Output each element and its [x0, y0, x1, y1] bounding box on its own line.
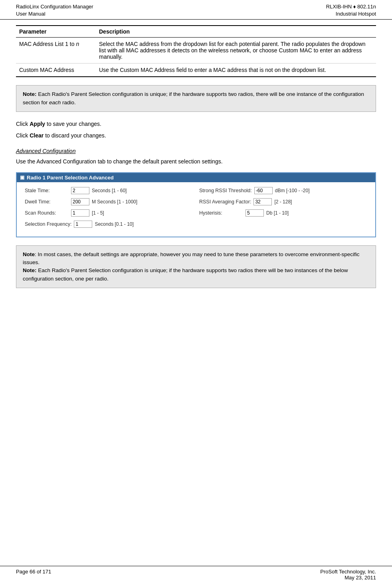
hysterisis-row: Hysterisis: Db [1 - 10]: [199, 209, 367, 217]
rssi-avg-range: [2 - 128]: [274, 198, 292, 205]
stale-time-range: Seconds [1 - 60]: [92, 187, 127, 194]
hysterisis-range: Db [1 - 10]: [266, 209, 289, 217]
note2-para1: Note: In most cases, the default setting…: [23, 251, 369, 267]
table-header-param: Parameter: [16, 26, 96, 38]
hysterisis-label: Hysterisis:: [199, 209, 243, 216]
param-cell-mac-list: MAC Address List 1 to n: [16, 38, 96, 64]
note2-label1: Note: [23, 251, 35, 257]
dwell-time-row: Dwell Time: M Seconds [1 - 1000]: [25, 198, 193, 205]
sel-freq-label: Selection Frequency:: [25, 221, 71, 227]
rssi-avg-row: RSSI Averaging Factor: [2 - 128]: [199, 198, 367, 205]
panel-left-col: Stale Time: Seconds [1 - 60] Dwell Time:…: [22, 185, 196, 233]
strong-rssi-input[interactable]: [254, 187, 273, 194]
strong-rssi-range: dBm [-100 - -20]: [275, 187, 310, 194]
parameter-table: Parameter Description MAC Address List 1…: [16, 25, 376, 77]
stale-time-label: Stale Time:: [25, 187, 69, 193]
panel-icon: ▣: [20, 175, 24, 180]
hysterisis-input[interactable]: [245, 209, 264, 217]
note2-label2: Note:: [23, 267, 37, 273]
stale-time-input[interactable]: [71, 187, 89, 194]
rssi-avg-input[interactable]: [253, 198, 272, 205]
footer-company: ProSoft Technology, Inc.: [320, 569, 376, 575]
manual-title: User Manual: [16, 10, 93, 18]
note2-para2: Note: Each Radio's Parent Selection conf…: [23, 267, 369, 283]
panel-title: Radio 1 Parent Selection Advanced: [27, 175, 114, 181]
panel-right-col: Strong RSSI Threshold: dBm [-100 - -20] …: [196, 185, 370, 233]
table-row: Custom MAC Address Use the Custom MAC Ad…: [16, 64, 376, 77]
apply-bold: Apply: [30, 121, 45, 127]
product-type: Industrial Hotspot: [326, 10, 376, 18]
desc-cell-mac-list: Select the MAC address from the dropdown…: [96, 38, 376, 64]
header-right: RLXIB-IHN ♦ 802.11n Industrial Hotspot: [326, 3, 376, 18]
sel-freq-range: Seconds [0.1 - 10]: [95, 221, 133, 228]
footer-date: May 23, 2011: [320, 575, 376, 581]
scan-rounds-label: Scan Rounds:: [25, 209, 69, 216]
page-header: RadioLinx Configuration Manager User Man…: [0, 0, 392, 20]
header-left: RadioLinx Configuration Manager User Man…: [16, 3, 93, 18]
desc-cell-custom-mac: Use the Custom MAC Address field to ente…: [96, 64, 376, 77]
note-box-2: Note: In most cases, the default setting…: [16, 245, 376, 288]
scan-rounds-row: Scan Rounds: [1 - 5]: [25, 209, 193, 217]
strong-rssi-label: Strong RSSI Threshold:: [199, 187, 252, 193]
note1-label: Note:: [23, 91, 37, 97]
product-name: RLXIB-IHN ♦ 802.11n: [326, 3, 376, 10]
panel-body: Stale Time: Seconds [1 - 60] Dwell Time:…: [17, 182, 375, 237]
table-row: MAC Address List 1 to n Select the MAC a…: [16, 38, 376, 64]
section-heading: Advanced Configuration: [16, 148, 376, 154]
dwell-time-range: M Seconds [1 - 1000]: [92, 198, 137, 205]
clear-text: Click Clear to discard your changes.: [16, 131, 376, 140]
footer-right: ProSoft Technology, Inc. May 23, 2011: [320, 569, 376, 581]
dwell-time-label: Dwell Time:: [25, 198, 69, 205]
dwell-time-input[interactable]: [71, 198, 89, 205]
scan-rounds-input[interactable]: [71, 209, 89, 217]
section-desc: Use the Advanced Configuration tab to ch…: [16, 157, 376, 166]
advanced-panel: ▣ Radio 1 Parent Selection Advanced Stal…: [16, 172, 376, 237]
rssi-avg-label: RSSI Averaging Factor:: [199, 198, 251, 205]
stale-time-row: Stale Time: Seconds [1 - 60]: [25, 187, 193, 194]
note-box-1: Note: Each Radio's Parent Selection conf…: [16, 85, 376, 112]
footer-page-number: Page 66 of 171: [16, 569, 51, 581]
note1-text: Each Radio's Parent Selection configurat…: [23, 91, 364, 105]
apply-text: Click Apply to save your changes.: [16, 120, 376, 128]
table-header-desc: Description: [96, 26, 376, 38]
main-content: Parameter Description MAC Address List 1…: [0, 21, 392, 312]
sel-freq-input[interactable]: [74, 221, 92, 228]
sel-freq-row: Selection Frequency: Seconds [0.1 - 10]: [25, 221, 193, 228]
clear-bold: Clear: [30, 132, 44, 139]
app-title: RadioLinx Configuration Manager: [16, 3, 93, 10]
panel-header: ▣ Radio 1 Parent Selection Advanced: [17, 173, 375, 182]
scan-rounds-range: [1 - 5]: [92, 209, 104, 217]
page-footer: Page 66 of 171 ProSoft Technology, Inc. …: [0, 566, 392, 583]
strong-rssi-row: Strong RSSI Threshold: dBm [-100 - -20]: [199, 187, 367, 194]
param-cell-custom-mac: Custom MAC Address: [16, 64, 96, 77]
